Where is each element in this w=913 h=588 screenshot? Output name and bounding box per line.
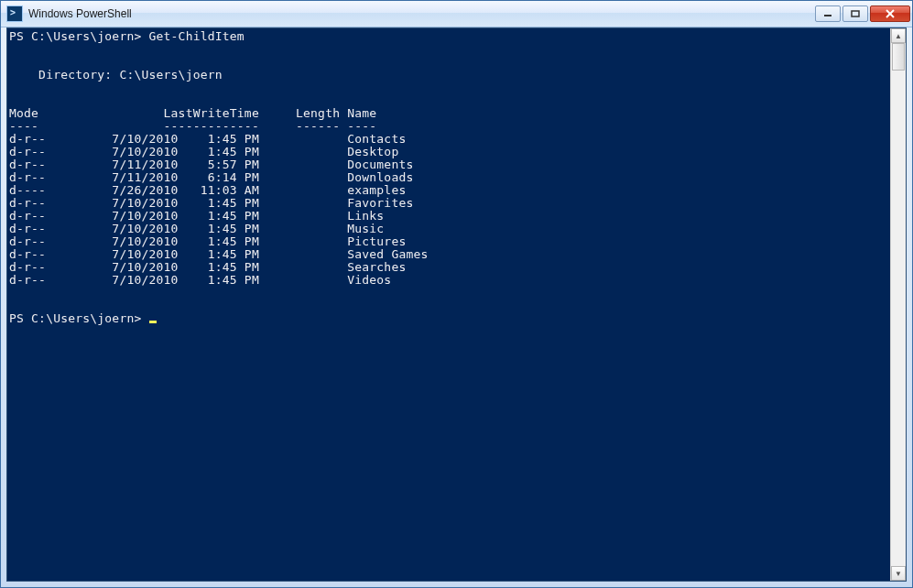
maximize-button[interactable]: [842, 5, 868, 22]
titlebar[interactable]: Windows PowerShell: [1, 1, 912, 27]
client-area: PS C:\Users\joern> Get-ChildItem Directo…: [6, 27, 907, 582]
scroll-thumb[interactable]: [892, 43, 905, 71]
scroll-up-button[interactable]: ▲: [891, 28, 906, 43]
close-button[interactable]: [870, 5, 910, 22]
window-frame: Windows PowerShell PS C:\Users\joern> Ge…: [0, 0, 913, 588]
minimize-button[interactable]: [815, 5, 841, 22]
scroll-down-button[interactable]: ▼: [891, 566, 906, 581]
window-controls: [815, 5, 910, 22]
window-title: Windows PowerShell: [28, 7, 815, 20]
vertical-scrollbar[interactable]: ▲ ▼: [890, 28, 906, 581]
svg-rect-1: [852, 11, 859, 16]
cursor: [149, 321, 157, 323]
powershell-icon: [6, 5, 23, 22]
console-wrap: PS C:\Users\joern> Get-ChildItem Directo…: [7, 28, 906, 581]
console-output[interactable]: PS C:\Users\joern> Get-ChildItem Directo…: [7, 28, 890, 581]
